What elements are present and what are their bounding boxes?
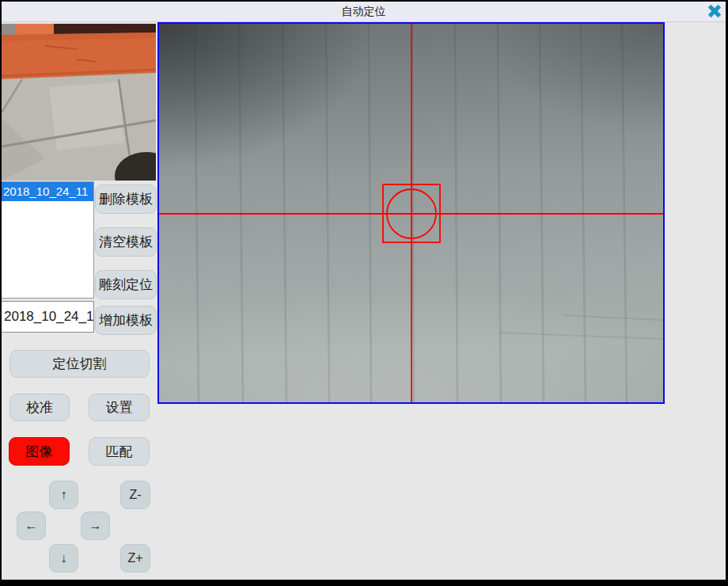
engrave-position-button[interactable]: 雕刻定位 [95, 270, 157, 299]
jog-z-minus-button[interactable]: Z- [120, 481, 150, 509]
camera-overlay [159, 24, 663, 402]
jog-right-button[interactable]: → [81, 512, 110, 540]
auto-position-dialog: 自动定位 2018_10_24 [0, 0, 728, 586]
image-button[interactable]: 图像 [9, 437, 70, 466]
dialog-title: 自动定位 [342, 5, 386, 19]
template-list[interactable]: 2018_10_24_11 [1, 181, 94, 299]
close-button[interactable] [706, 2, 723, 20]
template-list-item[interactable]: 2018_10_24_11 [2, 182, 93, 201]
window-border-left [0, 0, 2, 586]
jog-left-button[interactable]: ← [17, 512, 46, 540]
jog-up-button[interactable]: ↑ [49, 481, 78, 509]
jog-z-plus-button[interactable]: Z+ [120, 544, 150, 573]
camera-view [157, 22, 665, 404]
position-cut-button[interactable]: 定位切割 [9, 350, 150, 378]
jog-down-button[interactable]: ↓ [49, 544, 78, 573]
window-border-bottom [0, 580, 728, 586]
crosshair-overlay [159, 24, 663, 402]
delete-template-button[interactable]: 删除模板 [95, 185, 157, 214]
template-thumbnail [2, 24, 156, 181]
add-template-button[interactable]: 增加模板 [95, 306, 157, 335]
match-button[interactable]: 匹配 [89, 437, 150, 466]
template-name-field[interactable] [1, 301, 94, 333]
thumbnail-photo [2, 24, 156, 181]
window-border-top [0, 0, 728, 2]
settings-button[interactable]: 设置 [89, 394, 150, 421]
titlebar: 自动定位 [2, 2, 726, 22]
calibrate-button[interactable]: 校准 [9, 394, 70, 421]
clear-templates-button[interactable]: 清空模板 [95, 227, 157, 257]
close-icon [707, 4, 722, 18]
